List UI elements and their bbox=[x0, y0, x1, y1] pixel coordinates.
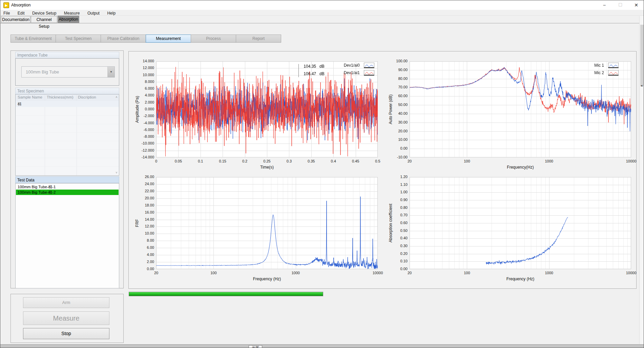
axis-tick-label: 0.5 bbox=[364, 159, 391, 163]
axis-tick-label: -14.000 bbox=[125, 155, 154, 159]
plot-style-icon[interactable] bbox=[608, 63, 619, 68]
legend-label: Mic 1 bbox=[581, 63, 604, 68]
legend-mic1[interactable]: Mic 1 bbox=[581, 63, 619, 69]
legend-mic2[interactable]: Mic 2 bbox=[581, 70, 619, 76]
axis-tick-label: 20.00 bbox=[378, 129, 408, 133]
axis-tick-label: 8.00 bbox=[125, 238, 154, 242]
axis-tick-label: -8.000 bbox=[125, 134, 154, 138]
menu-help[interactable]: Help bbox=[104, 10, 119, 16]
plot-style-icon[interactable] bbox=[364, 70, 374, 75]
axis-tick-label: 40.00 bbox=[378, 111, 408, 115]
axis-tick-label: -12.000 bbox=[125, 148, 154, 152]
y-axis-title: Amplitude (Pa) bbox=[135, 96, 140, 123]
menu-edit[interactable]: Edit bbox=[15, 10, 28, 16]
legend-label: Dev1/ai0 bbox=[323, 63, 360, 68]
menu-device-setup[interactable]: Device Setup bbox=[29, 10, 59, 16]
app-icon: ▶ bbox=[3, 2, 9, 8]
axis-tick-label: 0.90 bbox=[378, 198, 408, 202]
row-divider bbox=[16, 149, 119, 150]
axis-tick-label: 60.00 bbox=[378, 94, 408, 98]
axis-tick-label: 100.00 bbox=[378, 59, 408, 63]
axis-tick-label: 100 bbox=[200, 271, 227, 275]
axis-tick-label: 8.000 bbox=[125, 80, 154, 84]
tab-documentation[interactable]: Documentation bbox=[1, 16, 30, 23]
x-axis-title: Frequency (Hz) bbox=[506, 277, 535, 281]
tab-absorption[interactable]: Absorption bbox=[58, 16, 79, 23]
y-axis-title: Auto Power (dB) bbox=[388, 94, 393, 124]
stop-button[interactable]: Stop bbox=[23, 328, 109, 339]
axis-tick-label: 4.000 bbox=[125, 93, 154, 97]
axis-tick-label: 1000 bbox=[536, 271, 563, 275]
axis-tick-label: 24.00 bbox=[125, 182, 154, 186]
axis-tick-label: 0.000 bbox=[125, 107, 154, 111]
impedance-tube-selected: 100mm Big Tube bbox=[26, 69, 59, 74]
legend-dev1-ai0[interactable]: Dev1/ai0 bbox=[323, 63, 374, 69]
close-button[interactable]: ✕ bbox=[628, 0, 644, 10]
list-item-selected[interactable]: 100mm Big Tube-棉-2 bbox=[16, 190, 119, 195]
axis-tick-label: 10.00 bbox=[125, 231, 154, 235]
vertical-scrollbar[interactable] bbox=[639, 16, 644, 344]
menu-output[interactable]: Output bbox=[84, 10, 103, 16]
x-axis-title: Frequency(Hz) bbox=[507, 165, 534, 170]
plot-style-icon[interactable] bbox=[608, 70, 619, 75]
axis-tick-label: 1.10 bbox=[378, 182, 408, 187]
axis-tick-label: -10.000 bbox=[125, 141, 154, 145]
minimize-button[interactable]: – bbox=[597, 0, 612, 10]
axis-tick-label: 20 bbox=[396, 271, 423, 275]
menu-file[interactable]: File bbox=[0, 10, 13, 16]
axis-tick-label: 0.60 bbox=[378, 221, 408, 225]
axis-tick-label: 100 bbox=[453, 271, 480, 275]
table-row[interactable]: 棉 bbox=[16, 101, 119, 107]
splitter-arrow-icon[interactable]: ◄ bbox=[640, 84, 643, 87]
axis-tick-label: 6.00 bbox=[125, 245, 154, 249]
row-divider bbox=[16, 166, 119, 167]
list-item[interactable]: 100mm Big Tube-棉-1 bbox=[16, 184, 119, 190]
plot-style-icon[interactable] bbox=[364, 63, 374, 68]
impedance-tube-label: Impendace Tube bbox=[15, 52, 119, 58]
subtab-test-specimen[interactable]: Test Specimen bbox=[56, 35, 101, 43]
axis-tick-label: 0.80 bbox=[378, 205, 408, 210]
axis-tick-label: 1000 bbox=[282, 271, 309, 275]
title-bar[interactable]: ▶ Absorption – ☐ ✕ bbox=[0, 0, 644, 10]
frf-chart[interactable] bbox=[156, 177, 378, 269]
subtab-phase-calibration[interactable]: Phase Calibration bbox=[101, 35, 146, 43]
axis-tick-label: 14.00 bbox=[125, 217, 154, 221]
maximize-button[interactable]: ☐ bbox=[612, 0, 628, 10]
axis-tick-label: 4.00 bbox=[125, 253, 154, 257]
chevron-down-icon[interactable]: ▼ bbox=[107, 67, 115, 77]
tab-channel-setup[interactable]: Channel Setup bbox=[31, 16, 57, 23]
test-specimen-table[interactable]: Sample Name Thickness(mm) Discription 棉 … bbox=[15, 94, 119, 176]
x-axis-title: Time(s) bbox=[260, 165, 274, 170]
scrollbar-thumb[interactable] bbox=[640, 25, 644, 86]
axis-tick-label: 0.40 bbox=[378, 236, 408, 240]
axis-tick-label: 18.00 bbox=[125, 203, 154, 207]
subtab-tube-environment[interactable]: Tube & Environment bbox=[11, 35, 56, 43]
subtab-measurement[interactable]: Measurement bbox=[146, 35, 191, 43]
zigzag-line-icon bbox=[365, 65, 373, 67]
scroll-down-icon[interactable]: ˅ bbox=[115, 171, 118, 174]
measure-button[interactable]: Measure bbox=[23, 311, 109, 325]
axis-tick-label: 10.000 bbox=[125, 73, 154, 77]
arm-button[interactable]: Arm bbox=[23, 297, 109, 308]
axis-tick-label: 0.70 bbox=[378, 213, 408, 217]
axis-tick-label: 1.20 bbox=[378, 175, 408, 179]
axis-tick-label: 14.000 bbox=[125, 59, 154, 63]
app-icon-glyph: ▶ bbox=[5, 3, 8, 7]
axis-tick-label: 70.00 bbox=[378, 85, 408, 89]
row-divider bbox=[16, 124, 119, 124]
taskbar[interactable] bbox=[0, 344, 644, 348]
tab-divider bbox=[0, 23, 644, 23]
legend-dev1-ai1[interactable]: Dev1/ai1 bbox=[323, 70, 374, 76]
x-axis-title: Frequency (Hz) bbox=[253, 277, 281, 281]
level-indicator-ai0: 104.35dB bbox=[300, 64, 325, 69]
axis-tick-label: 0.00 bbox=[125, 267, 154, 271]
subtab-report[interactable]: Report bbox=[236, 35, 281, 43]
test-data-list[interactable]: 100mm Big Tube-棉-1 100mm Big Tube-棉-2 bbox=[15, 183, 119, 288]
subtab-process[interactable]: Process bbox=[191, 35, 236, 43]
axis-tick-label: 20 bbox=[396, 159, 423, 163]
axis-tick-label: 50.00 bbox=[378, 103, 408, 107]
axis-tick-label: 6.000 bbox=[125, 86, 154, 90]
scroll-up-icon[interactable]: ˄ bbox=[115, 95, 118, 99]
impedance-tube-dropdown[interactable]: 100mm Big Tube ▼ bbox=[21, 66, 115, 78]
absorption-coefficient-chart[interactable] bbox=[410, 177, 631, 269]
